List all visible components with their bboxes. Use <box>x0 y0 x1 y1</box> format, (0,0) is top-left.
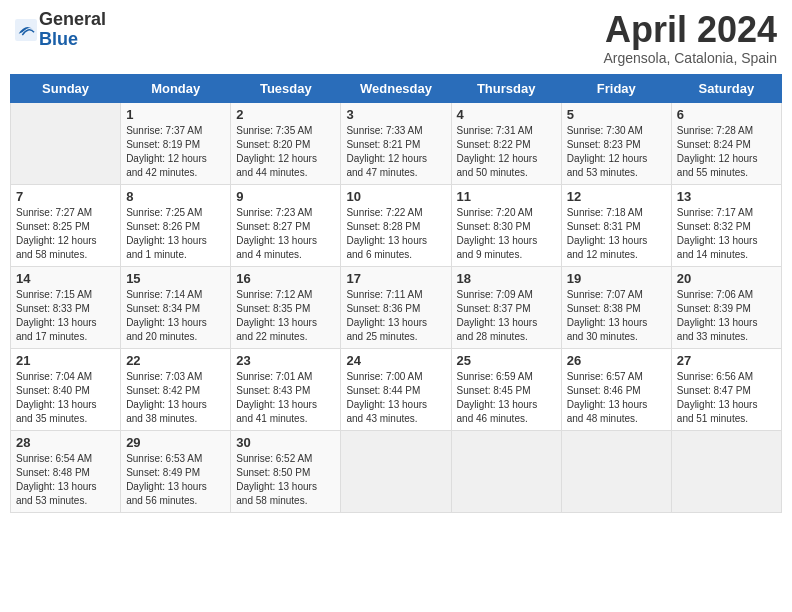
day-info: Sunrise: 7:01 AMSunset: 8:43 PMDaylight:… <box>236 370 335 426</box>
day-info: Sunrise: 7:30 AMSunset: 8:23 PMDaylight:… <box>567 124 666 180</box>
calendar-cell: 8Sunrise: 7:25 AMSunset: 8:26 PMDaylight… <box>121 184 231 266</box>
logo: General Blue <box>15 10 106 50</box>
day-number: 20 <box>677 271 776 286</box>
day-number: 5 <box>567 107 666 122</box>
calendar-cell: 15Sunrise: 7:14 AMSunset: 8:34 PMDayligh… <box>121 266 231 348</box>
calendar-header-wednesday: Wednesday <box>341 74 451 102</box>
day-info: Sunrise: 6:54 AMSunset: 8:48 PMDaylight:… <box>16 452 115 508</box>
location: Argensola, Catalonia, Spain <box>603 50 777 66</box>
calendar-cell: 19Sunrise: 7:07 AMSunset: 8:38 PMDayligh… <box>561 266 671 348</box>
day-number: 17 <box>346 271 445 286</box>
day-number: 22 <box>126 353 225 368</box>
calendar-cell: 29Sunrise: 6:53 AMSunset: 8:49 PMDayligh… <box>121 430 231 512</box>
calendar-cell <box>341 430 451 512</box>
day-info: Sunrise: 7:33 AMSunset: 8:21 PMDaylight:… <box>346 124 445 180</box>
calendar-cell: 14Sunrise: 7:15 AMSunset: 8:33 PMDayligh… <box>11 266 121 348</box>
day-number: 8 <box>126 189 225 204</box>
calendar-header-tuesday: Tuesday <box>231 74 341 102</box>
day-number: 2 <box>236 107 335 122</box>
calendar-cell: 27Sunrise: 6:56 AMSunset: 8:47 PMDayligh… <box>671 348 781 430</box>
calendar-cell: 7Sunrise: 7:27 AMSunset: 8:25 PMDaylight… <box>11 184 121 266</box>
day-info: Sunrise: 6:53 AMSunset: 8:49 PMDaylight:… <box>126 452 225 508</box>
calendar-table: SundayMondayTuesdayWednesdayThursdayFrid… <box>10 74 782 513</box>
calendar-cell <box>561 430 671 512</box>
day-number: 11 <box>457 189 556 204</box>
calendar-cell: 16Sunrise: 7:12 AMSunset: 8:35 PMDayligh… <box>231 266 341 348</box>
calendar-cell: 6Sunrise: 7:28 AMSunset: 8:24 PMDaylight… <box>671 102 781 184</box>
day-number: 1 <box>126 107 225 122</box>
day-info: Sunrise: 7:22 AMSunset: 8:28 PMDaylight:… <box>346 206 445 262</box>
day-number: 6 <box>677 107 776 122</box>
calendar-header-row: SundayMondayTuesdayWednesdayThursdayFrid… <box>11 74 782 102</box>
day-number: 15 <box>126 271 225 286</box>
svg-rect-0 <box>15 19 37 41</box>
calendar-cell: 20Sunrise: 7:06 AMSunset: 8:39 PMDayligh… <box>671 266 781 348</box>
calendar-header-friday: Friday <box>561 74 671 102</box>
page-header: General Blue April 2024 Argensola, Catal… <box>10 10 782 66</box>
day-info: Sunrise: 7:27 AMSunset: 8:25 PMDaylight:… <box>16 206 115 262</box>
calendar-cell: 12Sunrise: 7:18 AMSunset: 8:31 PMDayligh… <box>561 184 671 266</box>
day-number: 14 <box>16 271 115 286</box>
logo-blue: Blue <box>39 29 78 49</box>
calendar-week-row: 1Sunrise: 7:37 AMSunset: 8:19 PMDaylight… <box>11 102 782 184</box>
day-info: Sunrise: 7:12 AMSunset: 8:35 PMDaylight:… <box>236 288 335 344</box>
calendar-week-row: 28Sunrise: 6:54 AMSunset: 8:48 PMDayligh… <box>11 430 782 512</box>
calendar-cell: 5Sunrise: 7:30 AMSunset: 8:23 PMDaylight… <box>561 102 671 184</box>
logo-icon <box>15 19 37 41</box>
day-number: 21 <box>16 353 115 368</box>
calendar-week-row: 14Sunrise: 7:15 AMSunset: 8:33 PMDayligh… <box>11 266 782 348</box>
calendar-cell: 11Sunrise: 7:20 AMSunset: 8:30 PMDayligh… <box>451 184 561 266</box>
day-info: Sunrise: 7:18 AMSunset: 8:31 PMDaylight:… <box>567 206 666 262</box>
day-number: 30 <box>236 435 335 450</box>
day-info: Sunrise: 7:35 AMSunset: 8:20 PMDaylight:… <box>236 124 335 180</box>
calendar-header-thursday: Thursday <box>451 74 561 102</box>
day-info: Sunrise: 6:59 AMSunset: 8:45 PMDaylight:… <box>457 370 556 426</box>
day-info: Sunrise: 7:28 AMSunset: 8:24 PMDaylight:… <box>677 124 776 180</box>
day-info: Sunrise: 7:03 AMSunset: 8:42 PMDaylight:… <box>126 370 225 426</box>
day-info: Sunrise: 6:56 AMSunset: 8:47 PMDaylight:… <box>677 370 776 426</box>
day-number: 10 <box>346 189 445 204</box>
day-info: Sunrise: 7:20 AMSunset: 8:30 PMDaylight:… <box>457 206 556 262</box>
day-info: Sunrise: 6:57 AMSunset: 8:46 PMDaylight:… <box>567 370 666 426</box>
day-number: 24 <box>346 353 445 368</box>
day-number: 18 <box>457 271 556 286</box>
calendar-cell: 28Sunrise: 6:54 AMSunset: 8:48 PMDayligh… <box>11 430 121 512</box>
day-number: 19 <box>567 271 666 286</box>
day-info: Sunrise: 7:07 AMSunset: 8:38 PMDaylight:… <box>567 288 666 344</box>
calendar-cell: 4Sunrise: 7:31 AMSunset: 8:22 PMDaylight… <box>451 102 561 184</box>
calendar-header-monday: Monday <box>121 74 231 102</box>
day-info: Sunrise: 7:15 AMSunset: 8:33 PMDaylight:… <box>16 288 115 344</box>
day-info: Sunrise: 7:14 AMSunset: 8:34 PMDaylight:… <box>126 288 225 344</box>
calendar-week-row: 7Sunrise: 7:27 AMSunset: 8:25 PMDaylight… <box>11 184 782 266</box>
day-number: 12 <box>567 189 666 204</box>
calendar-cell: 17Sunrise: 7:11 AMSunset: 8:36 PMDayligh… <box>341 266 451 348</box>
day-info: Sunrise: 7:04 AMSunset: 8:40 PMDaylight:… <box>16 370 115 426</box>
day-info: Sunrise: 7:09 AMSunset: 8:37 PMDaylight:… <box>457 288 556 344</box>
day-number: 23 <box>236 353 335 368</box>
day-number: 25 <box>457 353 556 368</box>
calendar-cell: 23Sunrise: 7:01 AMSunset: 8:43 PMDayligh… <box>231 348 341 430</box>
day-number: 3 <box>346 107 445 122</box>
calendar-header-sunday: Sunday <box>11 74 121 102</box>
calendar-cell: 18Sunrise: 7:09 AMSunset: 8:37 PMDayligh… <box>451 266 561 348</box>
calendar-cell: 13Sunrise: 7:17 AMSunset: 8:32 PMDayligh… <box>671 184 781 266</box>
day-number: 13 <box>677 189 776 204</box>
day-info: Sunrise: 7:25 AMSunset: 8:26 PMDaylight:… <box>126 206 225 262</box>
day-number: 4 <box>457 107 556 122</box>
day-info: Sunrise: 7:11 AMSunset: 8:36 PMDaylight:… <box>346 288 445 344</box>
calendar-week-row: 21Sunrise: 7:04 AMSunset: 8:40 PMDayligh… <box>11 348 782 430</box>
day-info: Sunrise: 6:52 AMSunset: 8:50 PMDaylight:… <box>236 452 335 508</box>
calendar-cell: 30Sunrise: 6:52 AMSunset: 8:50 PMDayligh… <box>231 430 341 512</box>
day-info: Sunrise: 7:31 AMSunset: 8:22 PMDaylight:… <box>457 124 556 180</box>
day-number: 9 <box>236 189 335 204</box>
day-info: Sunrise: 7:23 AMSunset: 8:27 PMDaylight:… <box>236 206 335 262</box>
calendar-cell: 26Sunrise: 6:57 AMSunset: 8:46 PMDayligh… <box>561 348 671 430</box>
calendar-cell: 3Sunrise: 7:33 AMSunset: 8:21 PMDaylight… <box>341 102 451 184</box>
day-info: Sunrise: 7:17 AMSunset: 8:32 PMDaylight:… <box>677 206 776 262</box>
day-info: Sunrise: 7:37 AMSunset: 8:19 PMDaylight:… <box>126 124 225 180</box>
day-number: 7 <box>16 189 115 204</box>
day-info: Sunrise: 7:06 AMSunset: 8:39 PMDaylight:… <box>677 288 776 344</box>
calendar-cell <box>11 102 121 184</box>
calendar-cell: 22Sunrise: 7:03 AMSunset: 8:42 PMDayligh… <box>121 348 231 430</box>
calendar-cell: 24Sunrise: 7:00 AMSunset: 8:44 PMDayligh… <box>341 348 451 430</box>
